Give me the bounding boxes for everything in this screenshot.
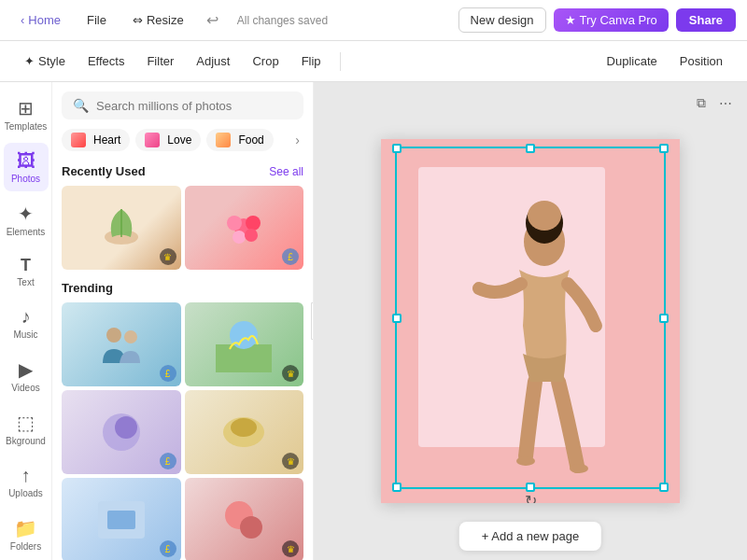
new-design-button[interactable]: New design — [458, 7, 546, 33]
search-bar: 🔍 — [62, 91, 303, 119]
selection-handle-tl[interactable] — [392, 144, 402, 153]
sidebar-item-background[interactable]: ⬚ Bkground — [4, 404, 49, 454]
abstract-2 — [216, 404, 272, 460]
selection-handle-ml[interactable] — [392, 314, 402, 323]
selection-handle-bl[interactable] — [392, 483, 402, 492]
sidebar-label-videos: Videos — [11, 383, 39, 393]
svg-point-5 — [245, 229, 258, 242]
trending-grid: £ ♛ — [62, 302, 303, 560]
category-love[interactable]: Love — [135, 129, 201, 151]
sidebar-label-background: Bkground — [6, 436, 46, 446]
duplicate-button[interactable]: Duplicate — [598, 49, 667, 74]
selection-handle-br[interactable] — [659, 483, 669, 492]
sidebar-item-photos[interactable]: 🖼 Photos — [4, 143, 49, 191]
file-button[interactable]: File — [78, 8, 116, 32]
love-pill-thumb — [145, 133, 160, 147]
category-food[interactable]: Food — [206, 129, 273, 151]
left-panel: 🔍 Heart Love Food › Recently Used — [52, 82, 314, 560]
list-item[interactable]: ♛ — [185, 302, 304, 386]
food-label: Food — [238, 133, 263, 147]
sidebar-item-text[interactable]: T Text — [4, 248, 49, 295]
sidebar-label-photos: Photos — [11, 174, 40, 184]
selection-handle-mr[interactable] — [659, 314, 669, 323]
recently-used-title: Recently Used — [62, 164, 146, 178]
sidebar-item-videos[interactable]: ▶ Videos — [4, 351, 49, 400]
home-button[interactable]: ‹ Home — [11, 8, 70, 32]
list-item[interactable]: £ — [62, 478, 181, 560]
folders-icon: 📁 — [14, 517, 37, 539]
list-item[interactable]: ♛ — [185, 478, 304, 560]
list-item[interactable]: ♛ — [62, 186, 181, 270]
toolbar-separator — [340, 52, 341, 71]
selection-handle-tr[interactable] — [659, 144, 669, 153]
abstract-3 — [93, 492, 149, 548]
svg-point-13 — [231, 418, 257, 437]
list-item[interactable]: £ — [62, 390, 181, 474]
adjust-button[interactable]: Adjust — [187, 49, 239, 74]
abstract-4 — [216, 492, 272, 548]
templates-icon: ⊞ — [18, 97, 34, 119]
sidebar-label-folders: Folders — [10, 541, 41, 552]
sidebar-label-music: Music — [13, 329, 37, 340]
topbar-left: ‹ Home File ⇔ Resize ↩ All changes saved — [11, 7, 453, 33]
category-row: Heart Love Food › — [62, 129, 303, 151]
canvas-page: ↻ — [381, 139, 680, 503]
sidebar-item-templates[interactable]: ⊞ Templates — [4, 90, 49, 139]
crop-button[interactable]: Crop — [243, 49, 288, 74]
style-button[interactable]: ✦ Style — [15, 49, 75, 74]
category-heart[interactable]: Heart — [62, 129, 130, 151]
toolbar-right: Duplicate Position — [598, 49, 732, 74]
svg-point-7 — [124, 330, 137, 343]
sidebar-item-uploads[interactable]: ↑ Uploads — [4, 457, 49, 506]
rotate-handle[interactable]: ↻ — [525, 492, 537, 503]
love-label: Love — [167, 133, 191, 147]
sidebar-label-elements: Elements — [7, 227, 46, 237]
flowers-illustration — [216, 200, 272, 256]
canvas-background: ↻ — [381, 139, 680, 503]
sidebar-item-music[interactable]: ♪ Music — [4, 299, 49, 347]
resize-button[interactable]: ⇔ Resize — [123, 8, 193, 32]
share-button[interactable]: Share — [676, 8, 736, 32]
position-button[interactable]: Position — [670, 49, 732, 74]
svg-rect-15 — [107, 511, 135, 529]
food-pill-thumb — [216, 133, 231, 147]
uploads-icon: ↑ — [21, 465, 31, 486]
heart-pill-thumb — [71, 133, 86, 147]
list-item[interactable]: £ — [185, 186, 304, 270]
leaf-illustration — [93, 200, 149, 256]
add-page-button[interactable]: + Add a new page — [459, 522, 601, 551]
sidebar-label-text: Text — [17, 277, 34, 287]
flip-button[interactable]: Flip — [292, 49, 331, 74]
panel-scroll: Recently Used See all ♛ — [62, 161, 303, 560]
canvas-options-button[interactable]: ⋯ — [715, 91, 736, 115]
category-next-arrow[interactable]: › — [291, 129, 303, 151]
sidebar-label-templates: Templates — [5, 121, 48, 132]
star-icon: ★ — [565, 13, 576, 27]
outdoor-illustration — [216, 316, 272, 372]
canva-pro-button[interactable]: ★ Try Canva Pro — [554, 8, 669, 32]
sidebar-icons: ⊞ Templates 🖼 Photos ✦ Elements T Text ♪… — [0, 82, 52, 560]
undo-button[interactable]: ↩ — [201, 7, 224, 33]
crown-badge: £ — [160, 540, 176, 557]
search-input[interactable] — [96, 99, 292, 113]
list-item[interactable]: ♛ — [185, 390, 304, 474]
crown-badge: £ — [160, 453, 176, 469]
effects-button[interactable]: Effects — [78, 49, 134, 74]
crown-badge: £ — [282, 248, 299, 265]
list-item[interactable]: £ — [62, 302, 181, 386]
selection-box: ↻ — [395, 147, 666, 489]
svg-point-11 — [115, 416, 137, 439]
filter-button[interactable]: Filter — [137, 49, 183, 74]
crown-badge: ♛ — [282, 365, 299, 382]
svg-point-3 — [246, 216, 261, 231]
sidebar-item-folders[interactable]: 📁 Folders — [4, 510, 49, 559]
secondary-toolbar: ✦ Style Effects Filter Adjust Crop Flip … — [0, 41, 747, 82]
sidebar-item-elements[interactable]: ✦ Elements — [4, 195, 49, 245]
background-icon: ⬚ — [17, 412, 35, 434]
selection-handle-bm[interactable] — [526, 483, 535, 492]
selection-handle-tm[interactable] — [526, 144, 535, 153]
copy-canvas-button[interactable]: ⧉ — [693, 91, 710, 115]
crown-badge: ♛ — [282, 453, 299, 469]
canvas-top-icons: ⧉ ⋯ — [693, 91, 736, 115]
see-all-recently[interactable]: See all — [269, 165, 303, 178]
